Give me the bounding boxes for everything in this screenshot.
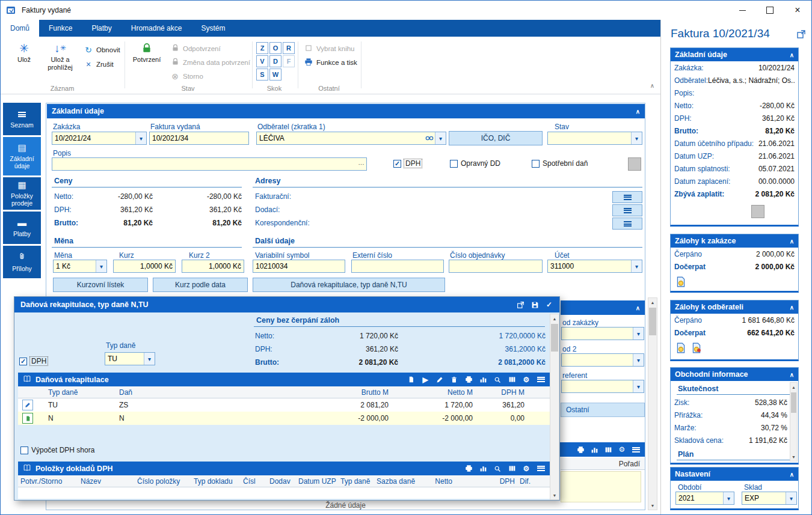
fakturacni-address-button[interactable] (612, 191, 642, 203)
save-icon[interactable] (531, 300, 539, 309)
col-netto-m[interactable]: Netto M (391, 388, 475, 397)
select-book-button[interactable]: Vybrat knihu (304, 43, 355, 55)
scroll-thumb[interactable] (551, 324, 558, 352)
ico-dic-button[interactable]: IČO, DIČ (449, 131, 543, 145)
tab-funkce[interactable]: Funkce (39, 20, 82, 37)
collapse-icon[interactable]: ∧ (790, 238, 794, 245)
ucet-input[interactable] (548, 262, 631, 270)
sidebar-item-platby[interactable]: ▬ Platby (3, 212, 41, 244)
dph-checkbox[interactable]: ✓ DPH (393, 159, 422, 168)
collapse-icon[interactable]: ∧ (790, 304, 794, 311)
dropdown-icon[interactable]: ▾ (144, 353, 155, 365)
link-icon[interactable] (424, 135, 435, 141)
vypocet-dph-checkbox[interactable]: Výpočet DPH shora (20, 446, 94, 454)
scroll-up-icon[interactable]: ▲ (550, 314, 559, 323)
scroll-down-icon[interactable]: ▼ (790, 453, 797, 461)
ribbon-collapse-icon[interactable]: ∧ (650, 82, 654, 89)
faktura-input[interactable] (150, 134, 248, 142)
jump-key-o[interactable]: O (269, 42, 281, 54)
col-dif[interactable]: Dif. (517, 477, 541, 486)
opravny-dd-checkbox[interactable]: Opravný DD (450, 159, 500, 168)
externi-cislo-input[interactable] (352, 262, 443, 270)
dropdown-icon[interactable]: ▾ (435, 132, 446, 144)
od2-input[interactable] (562, 356, 633, 364)
columns-icon[interactable] (604, 445, 612, 454)
korespondencni-address-button[interactable] (612, 218, 642, 230)
sidebar-item-prilohy[interactable]: Přílohy (3, 246, 41, 278)
info-scrollbar[interactable]: ▲ ▼ (790, 382, 798, 462)
scroll-track[interactable] (648, 306, 657, 501)
save-and-view-button[interactable]: ↓✳ Ulož a prohlížej (42, 40, 79, 72)
dropdown-icon[interactable]: ▾ (723, 492, 734, 504)
kurz2-field[interactable] (182, 260, 244, 273)
dropdown-icon[interactable]: ▾ (631, 132, 642, 144)
jump-key-z[interactable]: Z (256, 42, 268, 54)
popis-input[interactable] (52, 160, 356, 168)
faktura-field[interactable] (149, 132, 249, 145)
refresh-button[interactable]: ↻ Obnovit (84, 44, 120, 56)
printer-icon[interactable] (464, 376, 473, 384)
col-cislo[interactable]: Čísl (241, 477, 267, 486)
maximize-button[interactable] (756, 1, 784, 20)
mena-field[interactable]: ▾ (53, 260, 107, 273)
collapse-icon[interactable]: ∧ (790, 52, 794, 58)
jump-key-r[interactable]: R (283, 42, 295, 54)
unconfirm-button[interactable]: Odpotvrzení (170, 43, 221, 55)
gear-icon[interactable]: ⚙ (522, 376, 531, 384)
sklad-field[interactable]: ▾ (742, 492, 797, 505)
sidebar-item-polozky-prodeje[interactable]: ▦ Položky prodeje (3, 177, 41, 210)
gear-icon[interactable]: ⚙ (618, 445, 626, 454)
scroll-down-icon[interactable]: ▼ (648, 501, 657, 510)
tab-system[interactable]: Systém (191, 20, 235, 37)
jump-key-w[interactable]: W (269, 69, 281, 81)
ostatni-tab[interactable]: Ostatní (561, 403, 645, 417)
chart-icon[interactable] (479, 376, 487, 384)
info-section-header[interactable]: Obchodní informace∧ (671, 368, 798, 381)
gear-icon[interactable]: ⚙ (522, 465, 531, 473)
variabilni-symbol-input[interactable] (253, 262, 345, 270)
advance-doc-icon[interactable] (675, 343, 686, 356)
search-icon[interactable] (493, 465, 502, 473)
referent-field[interactable]: ▾ (561, 380, 644, 393)
dropdown-icon[interactable]: ▾ (633, 380, 644, 392)
popout-icon[interactable] (516, 300, 524, 309)
dialog-scrollbar[interactable]: ▲ ▼ (550, 314, 559, 500)
obdobi-input[interactable] (676, 494, 723, 502)
search-icon[interactable] (493, 376, 502, 384)
col-typ-dane[interactable]: Typ daně (338, 477, 374, 486)
kurz-podle-data-button[interactable]: Kurz podle data (153, 278, 248, 292)
kurz2-input[interactable] (182, 262, 244, 270)
hamburger-icon[interactable] (537, 465, 545, 473)
tab-domu[interactable]: Domů (1, 20, 39, 37)
jump-key-f[interactable]: F (283, 55, 295, 67)
dropdown-icon[interactable]: ▾ (135, 132, 146, 144)
info-section-header[interactable]: Základní údaje∧ (671, 48, 798, 61)
dropdown-icon[interactable]: ▾ (96, 260, 106, 272)
main-scrollbar[interactable]: ▲ ▼ (648, 297, 657, 510)
spotrebni-dan-checkbox[interactable]: Spotřební daň (532, 159, 588, 168)
save-button[interactable]: ✳ Ulož (7, 40, 42, 64)
columns-icon[interactable] (508, 376, 516, 384)
gray-square-button[interactable] (751, 205, 764, 218)
advance-doc-icon[interactable] (675, 276, 686, 290)
tab-hromadne-akce[interactable]: Hromadné akce (121, 20, 192, 37)
sidebar-item-zakladni-udaje[interactable]: ▤ Základní údaje (3, 137, 41, 175)
minimize-button[interactable] (728, 1, 756, 20)
collapse-icon[interactable]: ∧ (790, 371, 794, 378)
info-section-header[interactable]: Nastavení∧ (671, 468, 798, 481)
dodaci-address-button[interactable] (612, 204, 642, 216)
play-icon[interactable]: ▶ (421, 376, 429, 384)
sklad-input[interactable] (742, 494, 786, 502)
collapse-icon[interactable]: ∧ (636, 108, 640, 115)
zakazka-input[interactable] (52, 134, 135, 142)
scroll-track[interactable] (550, 323, 559, 491)
delete-trash-icon[interactable] (450, 376, 458, 384)
col-netto[interactable]: Netto (415, 477, 455, 486)
kurz-field[interactable] (113, 260, 176, 273)
col-dodavatel[interactable]: Dodav (267, 477, 296, 486)
storno-button[interactable]: ⊗ Storno (170, 70, 203, 82)
info-section-header[interactable]: Zálohy k odběrateli∧ (671, 300, 798, 314)
popout-icon[interactable] (796, 29, 806, 41)
mena-input[interactable] (54, 262, 96, 270)
od-zakazky-field[interactable]: ▾ (561, 327, 644, 340)
